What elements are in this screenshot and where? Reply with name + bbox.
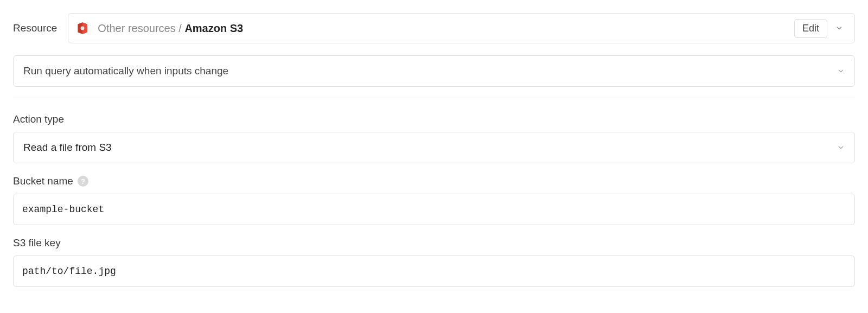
divider [13, 98, 855, 98]
chevron-down-icon [835, 24, 843, 32]
run-mode-select[interactable]: Run query automatically when inputs chan… [13, 55, 855, 87]
resource-path: Other resources / Amazon S3 [98, 22, 794, 35]
resource-dropdown-toggle[interactable] [831, 20, 848, 37]
resource-name: Amazon S3 [184, 22, 243, 34]
action-type-value: Read a file from S3 [23, 142, 112, 154]
chevron-down-icon [837, 67, 845, 75]
action-type-select[interactable]: Read a file from S3 [13, 132, 855, 163]
bucket-name-label-text: Bucket name [13, 175, 73, 187]
resource-separator: / [176, 22, 185, 34]
resource-label: Resource [13, 22, 57, 34]
resource-row: Resource Other resources / Amazon S3 Edi… [13, 13, 855, 43]
action-type-label: Action type [13, 113, 855, 125]
resource-selector[interactable]: Other resources / Amazon S3 Edit [68, 13, 855, 43]
s3-file-key-group: S3 file key [13, 237, 855, 287]
chevron-down-icon [837, 144, 845, 151]
bucket-name-group: Bucket name ? [13, 175, 855, 225]
svg-point-0 [81, 27, 85, 30]
edit-button[interactable]: Edit [794, 19, 827, 38]
s3-file-key-label: S3 file key [13, 237, 855, 249]
s3-file-key-input[interactable] [13, 255, 855, 287]
bucket-name-label: Bucket name ? [13, 175, 855, 187]
s3-icon [75, 21, 90, 36]
resource-category: Other resources [98, 22, 175, 34]
bucket-name-input[interactable] [13, 194, 855, 225]
help-icon[interactable]: ? [78, 176, 88, 187]
run-mode-value: Run query automatically when inputs chan… [23, 65, 228, 77]
action-type-group: Action type Read a file from S3 [13, 113, 855, 163]
